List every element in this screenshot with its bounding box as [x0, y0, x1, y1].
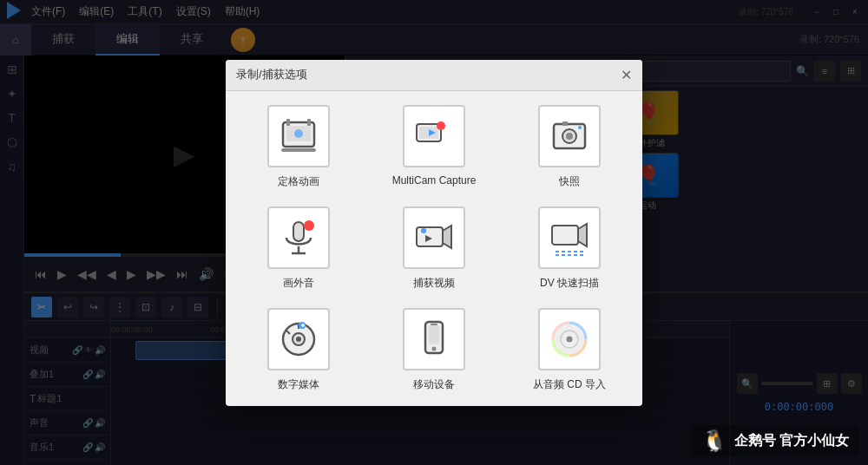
dialog-item-voiceover[interactable]: 画外音 [240, 206, 358, 291]
dv-scan-label: DV 快速扫描 [540, 276, 599, 291]
svg-rect-14 [562, 121, 568, 126]
svg-marker-25 [578, 224, 587, 246]
svg-point-30 [296, 337, 301, 342]
watermark-icon: 🐧 [701, 429, 727, 453]
multicam-icon [403, 105, 465, 167]
voiceover-label: 画外音 [283, 276, 314, 291]
svg-rect-4 [281, 148, 316, 152]
svg-rect-20 [417, 227, 443, 246]
svg-rect-5 [286, 119, 290, 126]
svg-marker-21 [443, 226, 451, 248]
dialog-item-audio-cd[interactable]: 从音频 CD 导入 [510, 308, 628, 392]
mobile-device-icon [403, 308, 465, 370]
mobile-device-label: 移动设备 [413, 377, 455, 392]
svg-rect-6 [307, 119, 311, 126]
watermark-text: 企鹅号 官方小仙女 [734, 432, 849, 450]
svg-point-38 [567, 336, 573, 342]
dialog-item-stop-motion[interactable]: 定格动画 [240, 105, 358, 189]
dialog-item-mobile-device[interactable]: 移动设备 [375, 308, 493, 392]
snapshot-label: 快照 [559, 174, 580, 189]
svg-point-22 [421, 228, 426, 233]
dialog-close-button[interactable]: ✕ [621, 67, 632, 83]
audio-cd-icon [538, 308, 601, 370]
voiceover-icon [267, 206, 330, 269]
digital-media-label: 数字媒体 [278, 377, 319, 392]
dv-scan-icon [538, 206, 601, 269]
svg-point-15 [578, 126, 582, 129]
dialog-item-snapshot[interactable]: 快照 [510, 105, 628, 189]
dialog-item-digital-media[interactable]: 数字媒体 [240, 308, 358, 392]
svg-rect-35 [431, 324, 437, 325]
svg-point-19 [304, 220, 314, 231]
svg-rect-33 [429, 325, 439, 344]
audio-cd-label: 从音频 CD 导入 [533, 377, 606, 392]
capture-dialog: 录制/捕获选项 ✕ 定格动画 [226, 60, 642, 406]
dialog-overlay: 录制/捕获选项 ✕ 定格动画 [0, 0, 868, 465]
svg-point-9 [437, 121, 445, 130]
svg-point-34 [432, 346, 437, 350]
dialog-body: 定格动画 MultiCam Capture [226, 91, 642, 406]
dialog-title-bar: 录制/捕获选项 ✕ [226, 60, 642, 91]
stop-motion-icon [267, 105, 330, 167]
dialog-title-text: 录制/捕获选项 [236, 67, 307, 82]
svg-point-3 [294, 129, 303, 138]
dialog-item-capture-video[interactable]: 捕获视频 [375, 206, 493, 291]
multicam-label: MultiCam Capture [392, 174, 477, 187]
stop-motion-label: 定格动画 [278, 174, 319, 189]
watermark: 🐧 企鹅号 官方小仙女 [691, 425, 859, 456]
svg-rect-24 [552, 226, 578, 245]
dialog-item-multicam[interactable]: MultiCam Capture [375, 105, 493, 189]
capture-video-label: 捕获视频 [413, 276, 455, 291]
capture-video-icon [403, 206, 465, 269]
svg-point-13 [566, 133, 573, 140]
snapshot-icon [538, 105, 601, 167]
dialog-item-dv-scan[interactable]: DV 快速扫描 [510, 206, 628, 291]
svg-rect-16 [293, 222, 304, 241]
digital-media-icon [267, 308, 330, 370]
